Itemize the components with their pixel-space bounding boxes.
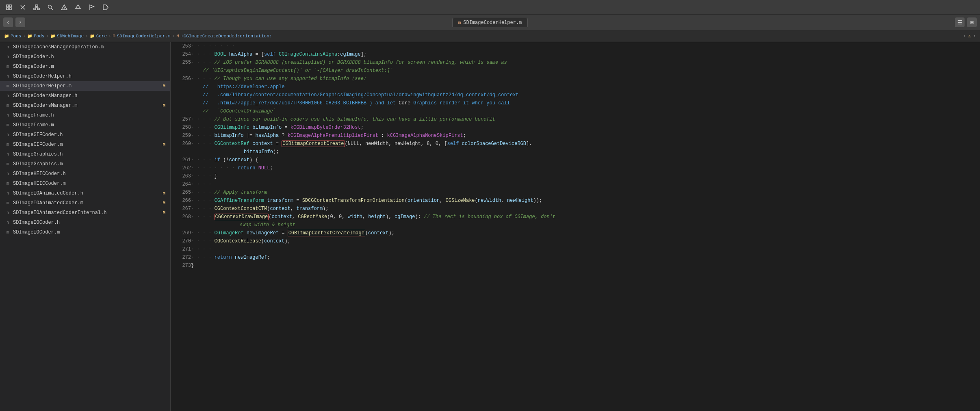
file-name: SDImageGIFCoder.m <box>13 142 160 147</box>
breadcrumb-forward-icon[interactable]: › <box>973 34 976 39</box>
breadcrumb-m-icon: M <box>176 34 179 39</box>
list-item-active[interactable]: m SDImageCoderHelper.m M <box>0 81 170 91</box>
line-content: · · · · // iOS prefer BGRA8888 (premulti… <box>191 58 980 67</box>
list-item[interactable]: h SDImageCoderHelper.h <box>0 71 170 81</box>
file-name: SDImageIOAnimatedCoder.h <box>13 190 160 196</box>
line-content: // .com/library/content/documentation/Gr… <box>191 91 980 99</box>
line-number: 267 <box>171 205 191 213</box>
breadcrumb-back-icon[interactable]: ‹ <box>963 34 966 39</box>
warning-badge: ⚠ <box>968 33 971 39</box>
list-item[interactable]: m SDImageHEICCoder.m <box>0 179 170 188</box>
sep-5: › <box>172 34 175 39</box>
line-content: } <box>191 262 980 270</box>
line-number <box>171 107 191 115</box>
breadcrumb: 📁 Pods › 📁 Pods › 📁 SDWebImage › 📁 Core … <box>0 30 980 42</box>
list-item[interactable]: m SDImageIOCoder.m <box>0 227 170 237</box>
line-number: 261 <box>171 156 191 164</box>
file-icon: h <box>5 113 11 118</box>
breadcrumb-right: ‹ ⚠ › <box>963 33 976 39</box>
code-editor[interactable]: 253 · · · · · · · · 254 · · · · BOOL has… <box>171 42 980 411</box>
line-content: · · · · · · · · <box>191 42 980 50</box>
list-item[interactable]: m SDImageCodersManager.m M <box>0 101 170 110</box>
file-icon: m <box>5 123 11 128</box>
file-name: SDImageCodersManager.h <box>13 93 165 99</box>
title-bar: ‹ › m SDImageCoderHelper.m ☰ ⊞ <box>0 15 980 30</box>
code-line-264: 264 · · · · <box>171 180 980 188</box>
close-icon[interactable] <box>17 2 28 13</box>
file-name: SDImageIOAnimatedCoderInternal.h <box>13 210 160 216</box>
list-item[interactable]: h SDImageCodersManager.h <box>0 91 170 101</box>
search-icon[interactable] <box>45 2 56 13</box>
list-item[interactable]: h SDImageIOAnimatedCoderInternal.h M <box>0 208 170 218</box>
line-content: · · · · // Though you can use any suppor… <box>191 75 980 83</box>
line-number: 254 <box>171 50 191 58</box>
grid-icon[interactable] <box>3 2 15 13</box>
file-name: SDImageIOCoder.h <box>13 220 165 225</box>
svg-marker-16 <box>76 5 80 9</box>
list-item[interactable]: h SDImageIOCoder.h <box>0 218 170 227</box>
code-table: 253 · · · · · · · · 254 · · · · BOOL has… <box>171 42 980 270</box>
line-content: · · · · bitmapInfo |= hasAlpha ? kCGImag… <box>191 132 980 140</box>
list-item[interactable]: m SDImageGraphics.m <box>0 159 170 169</box>
pods-folder-icon-1: 📁 <box>4 34 9 39</box>
badge-m: M <box>163 191 165 196</box>
svg-rect-0 <box>7 5 9 7</box>
line-number: 273 <box>171 262 191 270</box>
line-number: 253 <box>171 42 191 50</box>
list-item[interactable]: h SDImageHEICCoder.h <box>0 169 170 179</box>
code-line-255: 255 · · · · // iOS prefer BGRA8888 (prem… <box>171 58 980 67</box>
file-icon: h <box>5 191 11 196</box>
line-content: · · · · // But since our build-in coders… <box>191 115 980 123</box>
code-line-258: 258 · · · · CGBitmapInfo bitmapInfo = kC… <box>171 123 980 132</box>
list-item[interactable]: h SDImageCoder.h <box>0 52 170 62</box>
line-content: · · · · if (!context) { <box>191 156 980 164</box>
sep-1: › <box>23 34 26 39</box>
list-item[interactable]: h SDImageGraphics.h <box>0 149 170 159</box>
line-content: bitmapInfo); <box>191 148 980 156</box>
code-line-260b: bitmapInfo); <box>171 148 980 156</box>
breadcrumb-core[interactable]: Core <box>96 34 107 39</box>
breadcrumb-method[interactable]: +CGImageCreateDecoded:orientation: <box>181 34 272 39</box>
file-icon: h <box>5 74 11 79</box>
forward-button[interactable]: › <box>15 17 25 27</box>
breadcrumb-sdwebimage[interactable]: SDWebImage <box>57 34 84 39</box>
badge-m: M <box>163 84 165 89</box>
active-tab[interactable]: m SDImageCoderHelper.m <box>452 18 528 27</box>
warning-icon[interactable] <box>59 2 70 13</box>
flag-icon[interactable] <box>86 2 98 13</box>
line-content: // .html#//apple_ref/doc/uid/TP30001066-… <box>191 99 980 107</box>
split-icon[interactable]: ⊞ <box>967 17 977 27</box>
file-name: SDImageGIFCoder.h <box>13 132 165 138</box>
code-line-272: 272 · · · · return newImageRef; <box>171 253 980 262</box>
list-icon[interactable]: ☰ <box>955 17 965 27</box>
list-item[interactable]: h SDImageFrame.h <box>0 110 170 120</box>
line-content: · · · · CGContextRelease(context); <box>191 237 980 245</box>
badge-m: M <box>163 103 165 108</box>
shape-icon[interactable] <box>72 2 84 13</box>
svg-point-15 <box>64 9 65 9</box>
code-line-256b: // https://developer.apple <box>171 83 980 91</box>
breadcrumb-pods-1[interactable]: Pods <box>11 34 21 39</box>
file-icon: h <box>5 133 11 137</box>
badge-m: M <box>163 210 165 215</box>
list-item[interactable]: m SDImageCoder.m <box>0 62 170 71</box>
list-item[interactable]: h SDImageGIFCoder.h <box>0 130 170 140</box>
svg-rect-2 <box>7 8 9 10</box>
breadcrumb-pods-2[interactable]: Pods <box>34 34 44 39</box>
breadcrumb-coderhelper[interactable]: SDImageCoderHelper.m <box>117 34 171 39</box>
code-line-262: 262 · · · · · · · · return NULL; <box>171 164 980 172</box>
file-name: SDImageCoderHelper.h <box>13 74 165 79</box>
list-item[interactable]: h SDImageIOAnimatedCoder.h M <box>0 188 170 198</box>
code-line-260: 260 · · · · CGContextRef context = CGBit… <box>171 140 980 148</box>
code-line-270: 270 · · · · CGContextRelease(context); <box>171 237 980 245</box>
list-item[interactable]: m SDImageGIFCoder.m M <box>0 140 170 149</box>
hierarchy-icon[interactable] <box>31 2 42 13</box>
list-item[interactable]: h SDImageCachesManagerOperation.m <box>0 42 170 52</box>
back-button[interactable]: ‹ <box>3 17 13 27</box>
tag-icon[interactable] <box>100 2 111 13</box>
svg-rect-7 <box>34 8 36 10</box>
line-number <box>171 221 191 229</box>
list-item[interactable]: m SDImageFrame.m <box>0 120 170 130</box>
list-item[interactable]: m SDImageIOAnimatedCoder.m M <box>0 198 170 208</box>
file-name: SDImageGraphics.h <box>13 151 165 157</box>
